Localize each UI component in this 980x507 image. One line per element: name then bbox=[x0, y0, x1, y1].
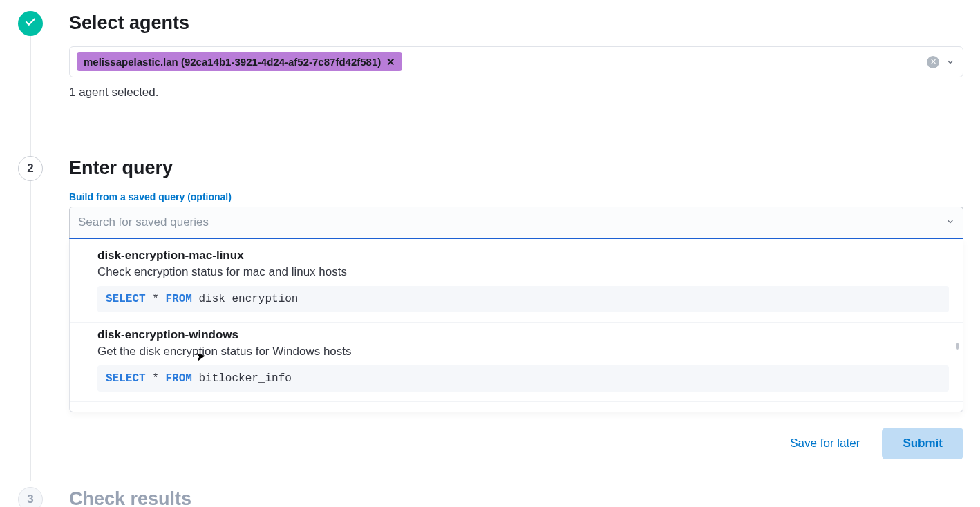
scrollbar-thumb[interactable] bbox=[956, 343, 959, 350]
saved-query-combobox: disk-encryption-mac-linux Check encrypti… bbox=[69, 207, 963, 412]
check-icon bbox=[24, 16, 37, 32]
step-connector-1-2 bbox=[30, 36, 31, 156]
step-3-title: Check results bbox=[69, 488, 963, 507]
sql-keyword: SELECT bbox=[106, 372, 146, 385]
clear-all-icon[interactable]: ✕ bbox=[927, 56, 939, 68]
step-3-content: Check results bbox=[44, 487, 963, 507]
step-connector-2-3 bbox=[30, 181, 31, 481]
page-root: Select agents melissapelastic.lan (92ca1… bbox=[0, 0, 980, 507]
step-1-circle bbox=[18, 11, 43, 36]
option-description: Check encryption status for mac and linu… bbox=[97, 265, 949, 279]
step-3-stepper-col: 3 bbox=[17, 487, 44, 507]
step-1-stepper-col bbox=[17, 11, 44, 156]
option-title: disk-encryption-mac-linux bbox=[97, 249, 949, 262]
step-1-title: Select agents bbox=[69, 12, 963, 34]
agent-pill[interactable]: melissapelastic.lan (92ca14b1-3921-4d24-… bbox=[77, 52, 402, 71]
sql-keyword: FROM bbox=[165, 293, 191, 305]
step-3-number: 3 bbox=[27, 492, 33, 506]
saved-query-input-wrap[interactable] bbox=[69, 207, 963, 239]
agent-pill-label: melissapelastic.lan (92ca14b1-3921-4d24-… bbox=[84, 56, 381, 68]
option-title: disk-encryption-windows bbox=[97, 328, 949, 342]
sql-text: * bbox=[146, 372, 166, 385]
option-sql: SELECT * FROM bitlocker_info bbox=[97, 365, 949, 392]
saved-query-label: Build from a saved query (optional) bbox=[69, 191, 963, 202]
sql-text: bitlocker_info bbox=[192, 372, 292, 385]
step-2-circle: 2 bbox=[18, 156, 43, 181]
sql-keyword: FROM bbox=[165, 372, 191, 385]
save-for-later-button[interactable]: Save for later bbox=[780, 430, 869, 457]
sql-text: disk_encryption bbox=[192, 293, 299, 305]
step-1-content: Select agents melissapelastic.lan (92ca1… bbox=[44, 11, 963, 124]
saved-query-option[interactable]: disk-encryption-windows Get the disk enc… bbox=[70, 323, 963, 402]
saved-query-option[interactable]: disk-encryption-mac-linux Check encrypti… bbox=[70, 243, 963, 323]
step-3-circle: 3 bbox=[18, 487, 43, 507]
option-description: Get the disk encryption status for Windo… bbox=[97, 345, 949, 358]
submit-button[interactable]: Submit bbox=[882, 428, 963, 459]
saved-query-search-input[interactable] bbox=[78, 207, 946, 238]
agent-selected-count: 1 agent selected. bbox=[69, 86, 963, 99]
step-2-row: 2 Enter query Build from a saved query (… bbox=[17, 156, 963, 487]
step-1-row: Select agents melissapelastic.lan (92ca1… bbox=[17, 11, 963, 156]
step-2-number: 2 bbox=[27, 162, 33, 175]
option-sql: SELECT * FROM disk_encryption bbox=[97, 286, 949, 312]
step-2-title: Enter query bbox=[69, 157, 963, 179]
saved-query-dropdown-panel: disk-encryption-mac-linux Check encrypti… bbox=[69, 239, 963, 412]
query-actions: Save for later Submit bbox=[69, 428, 963, 459]
chevron-down-icon[interactable] bbox=[946, 216, 954, 229]
step-2-stepper-col: 2 bbox=[17, 156, 44, 481]
step-3-row: 3 Check results bbox=[17, 487, 963, 507]
close-icon[interactable]: ✕ bbox=[386, 57, 395, 67]
chevron-down-icon[interactable] bbox=[945, 57, 956, 68]
sql-text: * bbox=[146, 293, 166, 305]
agent-select-box[interactable]: melissapelastic.lan (92ca14b1-3921-4d24-… bbox=[69, 46, 963, 77]
sql-keyword: SELECT bbox=[106, 293, 146, 305]
step-2-content: Enter query Build from a saved query (op… bbox=[44, 156, 963, 459]
